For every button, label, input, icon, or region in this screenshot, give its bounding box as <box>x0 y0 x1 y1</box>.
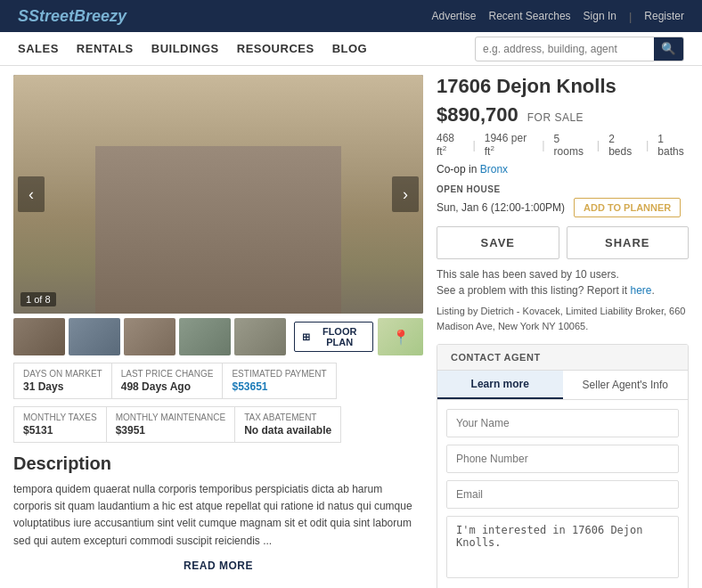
nav-recent-searches[interactable]: Recent Searches <box>489 10 571 22</box>
map-thumbnail[interactable] <box>378 318 423 355</box>
stat-tax-abatement: TAX ABATEMENT No data available <box>234 406 341 443</box>
sqft: 468 ft2 <box>437 132 463 158</box>
action-buttons: SAVE SHARE <box>437 226 689 259</box>
open-house-label: OPEN HOUSE <box>437 184 689 194</box>
report-info: See a problem with this listing? Report … <box>437 284 689 297</box>
main-nav: SALES RENTALS BUILDINGS RESOURCES BLOG 🔍 <box>0 32 702 66</box>
details-row: 468 ft2 | 1946 per ft2 | 5 rooms | 2 bed… <box>437 132 689 158</box>
nav-sales[interactable]: SALES <box>18 42 59 55</box>
listing-info: Listing by Dietrich - Kovacek, Limited L… <box>437 304 689 333</box>
logo-s: S <box>18 7 29 25</box>
left-column: ‹ › 1 of 8 ⊞ FLOOR PLAN DAYS ON MARKET <box>13 75 423 588</box>
stat-last-price-change: LAST PRICE CHANGE 498 Days Ago <box>111 363 223 399</box>
property-title: 17606 Dejon Knolls <box>437 75 689 98</box>
price-row: $890,700 FOR SALE <box>437 103 689 127</box>
stat-monthly-maintenance: MONTHLY MAINTENANCE $3951 <box>106 406 235 443</box>
per-sqft: 1946 per ft2 <box>485 132 533 158</box>
stat-estimated-payment: ESTIMATED PAYMENT $53651 <box>222 363 336 399</box>
carousel-counter: 1 of 8 <box>20 292 56 306</box>
search-bar: 🔍 <box>475 37 684 61</box>
description-title: Description <box>13 453 423 474</box>
read-more-container: READ MORE <box>13 559 423 572</box>
thumbnail-4[interactable] <box>179 318 231 355</box>
thumbnail-5[interactable] <box>234 318 286 355</box>
email-input[interactable] <box>446 480 679 509</box>
main-image <box>13 75 423 314</box>
carousel-prev-button[interactable]: ‹ <box>18 176 45 212</box>
right-column: 17606 Dejon Knolls $890,700 FOR SALE 468… <box>437 75 689 588</box>
report-link[interactable]: here <box>630 284 651 297</box>
read-more-link[interactable]: READ MORE <box>184 559 253 572</box>
nav-resources[interactable]: RESOURCES <box>237 42 314 55</box>
floor-plan-icon: ⊞ <box>302 331 310 343</box>
saved-info: This sale has been saved by 10 users. <box>437 268 689 281</box>
carousel-next-button[interactable]: › <box>392 176 419 212</box>
rooms: 5 rooms <box>554 133 588 158</box>
thumbnail-strip: ⊞ FLOOR PLAN <box>13 318 423 355</box>
search-input[interactable] <box>476 39 654 59</box>
divider: | <box>629 10 632 23</box>
thumbnail-extras: ⊞ FLOOR PLAN <box>294 318 423 355</box>
nav-blog[interactable]: BLOG <box>332 42 368 55</box>
stat-monthly-taxes: MONTHLY TAXES $5131 <box>13 406 106 443</box>
top-header: SStreetBreezy Advertise Recent Searches … <box>0 0 702 32</box>
tab-seller-info[interactable]: Seller Agent's Info <box>563 371 689 399</box>
name-input[interactable] <box>446 409 679 437</box>
location: Co-op in Bronx <box>437 163 689 176</box>
search-button[interactable]: 🔍 <box>654 37 683 61</box>
description-text: tempora quidem quaerat nulla corporis te… <box>13 481 423 550</box>
message-textarea[interactable] <box>446 516 679 578</box>
beds: 2 beds <box>608 133 637 158</box>
thumbnail-1[interactable] <box>13 318 65 355</box>
neighborhood-link[interactable]: Bronx <box>480 163 508 176</box>
open-house-time: Sun, Jan 6 (12:00-1:00PM) <box>437 201 565 214</box>
open-house-section: OPEN HOUSE Sun, Jan 6 (12:00-1:00PM) ADD… <box>437 184 689 217</box>
image-carousel: ‹ › 1 of 8 <box>13 75 423 314</box>
contact-agent-box: CONTACT AGENT Learn more Seller Agent's … <box>437 344 689 588</box>
tab-learn-more[interactable]: Learn more <box>437 371 563 399</box>
stat-days-on-market: DAYS ON MARKET 31 Days <box>13 363 111 399</box>
thumbnail-2[interactable] <box>69 318 120 355</box>
thumbnail-3[interactable] <box>124 318 176 355</box>
contact-header: CONTACT AGENT <box>437 345 688 371</box>
stats-row-2: MONTHLY TAXES $5131 MONTHLY MAINTENANCE … <box>13 406 423 443</box>
add-to-planner-button[interactable]: ADD TO PLANNER <box>574 198 681 217</box>
share-button[interactable]: SHARE <box>567 226 690 259</box>
nav-advertise[interactable]: Advertise <box>431 10 476 22</box>
nav-sign-in[interactable]: Sign In <box>584 10 616 22</box>
top-nav: Advertise Recent Searches Sign In | Regi… <box>431 10 684 23</box>
contact-tabs: Learn more Seller Agent's Info <box>437 371 688 400</box>
logo: SStreetBreezy <box>18 7 127 26</box>
phone-input[interactable] <box>446 445 679 473</box>
nav-register[interactable]: Register <box>644 10 684 22</box>
open-house-row: Sun, Jan 6 (12:00-1:00PM) ADD TO PLANNER <box>437 198 689 217</box>
stats-row-1: DAYS ON MARKET 31 Days LAST PRICE CHANGE… <box>13 363 423 399</box>
contact-form: SEND MESSAGE Or call 1-800-BUY-APTS for … <box>437 400 688 588</box>
property-price: $890,700 <box>437 103 518 127</box>
save-button[interactable]: SAVE <box>437 226 559 259</box>
nav-rentals[interactable]: RENTALS <box>77 42 134 55</box>
baths: 1 baths <box>657 133 689 158</box>
floor-plan-button[interactable]: ⊞ FLOOR PLAN <box>294 322 373 352</box>
sale-type: FOR SALE <box>527 111 584 124</box>
nav-buildings[interactable]: BUILDINGS <box>151 42 219 55</box>
